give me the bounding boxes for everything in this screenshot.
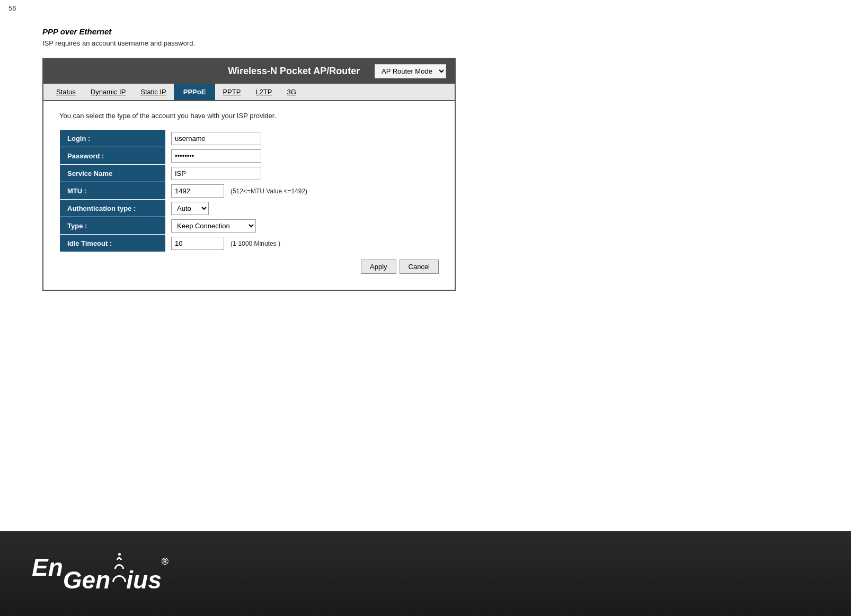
tab-pptp[interactable]: PPTP <box>215 84 248 100</box>
table-row: Password : <box>60 147 313 165</box>
service-name-cell <box>166 165 313 182</box>
type-label: Type : <box>60 217 166 235</box>
button-row: Apply Cancel <box>59 260 439 274</box>
form-intro: You can select the type of the account y… <box>59 112 439 120</box>
table-row: Service Name <box>60 165 313 182</box>
mtu-label: MTU : <box>60 182 166 200</box>
section-title: PPP over Ethernet <box>42 27 809 36</box>
router-header: Wireless-N Pocket AP/Router AP Router Mo… <box>43 59 455 84</box>
mode-selector-wrapper: AP Router Mode Client Mode Bridge Mode <box>375 64 446 78</box>
wifi-icon <box>112 553 126 589</box>
auth-type-select[interactable]: Auto PAP CHAP <box>171 202 209 215</box>
table-row: MTU : (512<=MTU Value <=1492) <box>60 182 313 200</box>
auth-type-label: Authentication type : <box>60 200 166 217</box>
wifi-arc-small <box>116 556 123 564</box>
cancel-button[interactable]: Cancel <box>400 260 439 274</box>
brand-name: En Gen ius ® <box>32 553 169 594</box>
section-description: ISP requires an account username and pas… <box>42 39 809 47</box>
password-cell <box>166 147 313 165</box>
router-title: Wireless-N Pocket AP/Router <box>214 66 375 77</box>
registered-mark: ® <box>162 556 169 567</box>
auth-type-cell: Auto PAP CHAP <box>166 200 313 217</box>
tab-pppoe[interactable]: PPPoE <box>174 84 216 100</box>
tab-3g[interactable]: 3G <box>279 84 303 100</box>
service-name-label: Service Name <box>60 165 166 182</box>
mtu-cell: (512<=MTU Value <=1492) <box>166 182 313 200</box>
type-select[interactable]: Keep Connection On Demand Manual <box>171 219 256 233</box>
table-row: Login : <box>60 130 313 147</box>
idle-timeout-label: Idle Timeout : <box>60 235 166 252</box>
login-input[interactable] <box>171 132 261 145</box>
page-number: 56 <box>0 0 851 16</box>
tab-status[interactable]: Status <box>49 84 83 100</box>
tab-dynamic-ip[interactable]: Dynamic IP <box>83 84 133 100</box>
wifi-arc-large <box>110 573 129 592</box>
password-input[interactable] <box>171 149 261 163</box>
wifi-dot <box>118 553 121 556</box>
login-cell <box>166 130 313 147</box>
brand-text: En <box>32 553 63 582</box>
form-table: Login : Password : Service N <box>59 129 313 252</box>
mtu-hint: (512<=MTU Value <=1492) <box>231 188 307 195</box>
table-row: Authentication type : Auto PAP CHAP <box>60 200 313 217</box>
apply-button[interactable]: Apply <box>361 260 396 274</box>
password-label: Password : <box>60 147 166 165</box>
engenius-logo: En Gen ius ® <box>32 553 169 594</box>
type-cell: Keep Connection On Demand Manual <box>166 217 313 235</box>
login-label: Login : <box>60 130 166 147</box>
idle-timeout-cell: (1-1000 Minutes ) <box>166 235 313 252</box>
nav-tabs: Status Dynamic IP Static IP PPPoE PPTP L… <box>43 84 455 101</box>
mode-select[interactable]: AP Router Mode Client Mode Bridge Mode <box>375 64 446 78</box>
router-widget: Wireless-N Pocket AP/Router AP Router Mo… <box>42 58 456 291</box>
table-row: Type : Keep Connection On Demand Manual <box>60 217 313 235</box>
tab-static-ip[interactable]: Static IP <box>133 84 173 100</box>
idle-timeout-input[interactable] <box>171 237 224 250</box>
footer: En Gen ius ® <box>0 531 851 616</box>
mtu-input[interactable] <box>171 184 224 198</box>
wifi-arc-medium <box>113 562 126 575</box>
table-row: Idle Timeout : (1-1000 Minutes ) <box>60 235 313 252</box>
tab-l2tp[interactable]: L2TP <box>248 84 279 100</box>
form-area: You can select the type of the account y… <box>43 101 455 290</box>
service-name-input[interactable] <box>171 167 261 180</box>
brand-genius: Gen ius <box>63 553 162 594</box>
idle-timeout-hint: (1-1000 Minutes ) <box>231 240 280 247</box>
